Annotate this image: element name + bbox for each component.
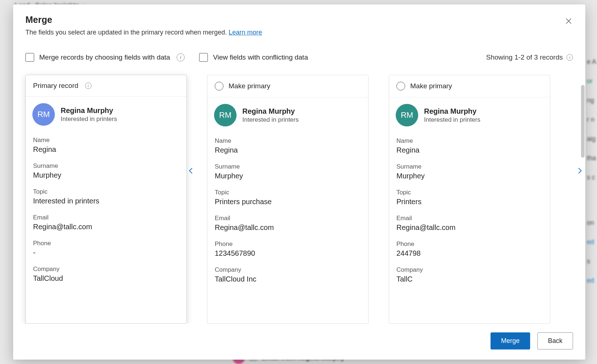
field-value: Murphey — [33, 171, 179, 179]
make-primary-radio[interactable] — [215, 82, 223, 90]
record-identity: RMRegina MurphyInterested in printers — [26, 97, 186, 133]
field-label: Company — [396, 266, 542, 274]
field-surname[interactable]: SurnameMurphey — [215, 159, 361, 185]
field-label: Surname — [215, 163, 361, 170]
checkbox-icon — [25, 53, 34, 62]
field-value: 1234567890 — [215, 249, 361, 258]
records-count-text: Showing 1-2 of 3 records — [486, 53, 563, 61]
field-value: Murphey — [396, 172, 542, 180]
field-value: TallCloud — [33, 274, 179, 283]
field-label: Company — [215, 266, 361, 274]
record-display-name: Regina Murphy — [61, 106, 117, 115]
record-identity: RMRegina MurphyInterested in printers — [389, 97, 550, 134]
field-label: Phone — [33, 240, 179, 247]
checkbox-icon — [199, 53, 208, 62]
field-label: Email — [33, 214, 179, 221]
record-display-sub: Interested in printers — [61, 116, 117, 123]
record-fields: NameReginaSurnameMurpheyTopicPrintersEma… — [389, 134, 550, 296]
field-value: Interested in printers — [33, 197, 179, 205]
chevron-right-icon — [576, 167, 584, 175]
record-fields: NameReginaSurnameMurpheyTopicInterested … — [26, 133, 186, 295]
field-value: Regina — [215, 146, 361, 154]
record-fields: NameReginaSurnameMurpheyTopicPrinters pu… — [207, 134, 368, 296]
scrollbar-thumb[interactable] — [581, 85, 585, 158]
field-phone[interactable]: Phone244798 — [396, 237, 542, 263]
field-phone[interactable]: Phone1234567890 — [215, 237, 361, 263]
field-surname[interactable]: SurnameMurphey — [396, 159, 542, 185]
next-record-button[interactable] — [572, 163, 585, 178]
info-icon[interactable]: i — [177, 53, 185, 61]
merge-by-data-checkbox[interactable]: Merge records by choosing fields with da… — [25, 53, 185, 62]
view-conflicts-checkbox[interactable]: View fields with conflicting data — [199, 53, 308, 62]
record-display-sub: Interested in printers — [242, 116, 299, 124]
card-header: Make primary — [207, 75, 368, 97]
field-topic[interactable]: TopicPrinters — [396, 185, 542, 211]
record-display-name: Regina Murphy — [242, 107, 299, 116]
close-button[interactable] — [562, 15, 575, 28]
make-primary-label: Make primary — [410, 82, 452, 90]
dialog-footer: Merge Back — [13, 324, 585, 360]
previous-record-button[interactable] — [184, 163, 198, 178]
merge-dialog: Merge The fields you select are updated … — [13, 4, 585, 360]
field-value: 244798 — [396, 249, 542, 258]
field-label: Surname — [33, 162, 179, 170]
field-label: Email — [396, 215, 542, 222]
field-name[interactable]: NameRegina — [396, 134, 542, 159]
make-primary-label: Make primary — [229, 82, 270, 90]
field-value: Regina — [33, 145, 179, 154]
field-email[interactable]: EmailRegina@tallc.com — [33, 210, 179, 236]
field-topic[interactable]: TopicPrinters purchase — [215, 185, 361, 211]
field-value: Regina@tallc.com — [33, 223, 179, 231]
field-email[interactable]: EmailRegina@tallc.com — [396, 211, 542, 237]
back-button[interactable]: Back — [537, 332, 573, 349]
record-identity: RMRegina MurphyInterested in printers — [207, 97, 368, 134]
record-card: Make primaryRMRegina MurphyInterested in… — [389, 75, 550, 324]
field-label: Phone — [396, 240, 542, 248]
avatar: RM — [214, 104, 237, 126]
field-value: TallCloud Inc — [215, 275, 361, 283]
field-value: Printers — [396, 198, 542, 206]
field-value: Regina@tallc.com — [396, 223, 542, 232]
records-count: Showing 1-2 of 3 records i — [486, 53, 573, 61]
field-phone[interactable]: Phone- — [33, 236, 179, 262]
avatar: RM — [396, 104, 418, 126]
info-icon[interactable]: i — [566, 54, 573, 61]
avatar: RM — [32, 103, 55, 126]
records-body: Primary recordiRMRegina MurphyInterested… — [13, 62, 585, 324]
field-name[interactable]: NameRegina — [33, 133, 179, 159]
field-company[interactable]: CompanyTallC — [396, 263, 542, 288]
field-value: TallC — [396, 275, 542, 283]
field-value: Regina@tallc.com — [215, 223, 361, 232]
close-icon — [565, 17, 573, 25]
field-name[interactable]: NameRegina — [215, 134, 361, 159]
field-value: Printers purchase — [215, 198, 361, 206]
field-email[interactable]: EmailRegina@tallc.com — [215, 211, 361, 237]
field-label: Topic — [215, 189, 361, 196]
field-company[interactable]: CompanyTallCloud Inc — [215, 263, 361, 288]
subtitle-text: The fields you select are updated in the… — [25, 29, 229, 36]
card-header: Primary recordi — [26, 75, 186, 97]
primary-record-label: Primary record — [33, 82, 78, 90]
dialog-header: Merge The fields you select are updated … — [13, 4, 585, 36]
merge-button[interactable]: Merge — [491, 332, 530, 349]
field-label: Phone — [215, 240, 361, 248]
merge-by-data-label: Merge records by choosing fields with da… — [39, 53, 170, 61]
chevron-left-icon — [187, 167, 195, 175]
field-company[interactable]: CompanyTallCloud — [33, 262, 179, 288]
field-value: - — [33, 248, 179, 257]
primary-record-card: Primary recordiRMRegina MurphyInterested… — [25, 75, 187, 324]
field-surname[interactable]: SurnameMurphey — [33, 159, 179, 185]
make-primary-radio[interactable] — [396, 82, 405, 90]
field-label: Topic — [396, 189, 542, 196]
field-value: Regina — [396, 146, 542, 154]
record-card: Make primaryRMRegina MurphyInterested in… — [207, 75, 368, 324]
field-label: Name — [396, 137, 542, 145]
view-conflicts-label: View fields with conflicting data — [213, 53, 308, 61]
options-row: Merge records by choosing fields with da… — [13, 36, 585, 62]
record-display-name: Regina Murphy — [424, 107, 480, 116]
learn-more-link[interactable]: Learn more — [229, 29, 262, 36]
field-topic[interactable]: TopicInterested in printers — [33, 185, 179, 210]
info-icon[interactable]: i — [85, 82, 92, 89]
field-label: Surname — [396, 163, 542, 170]
card-header: Make primary — [389, 75, 550, 97]
